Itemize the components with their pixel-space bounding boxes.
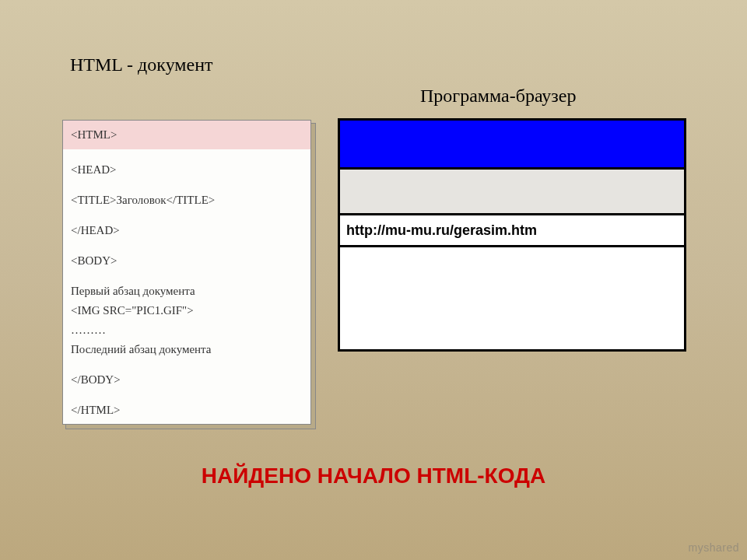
code-line-dots: ……… (63, 320, 310, 340)
code-spacer (63, 271, 310, 282)
code-line-paragraph-last: Последний абзац документа (63, 340, 310, 359)
html-source-box: <HTML> <HEAD> <TITLE>Заголовок</TITLE> <… (62, 120, 311, 425)
code-spacer (63, 240, 310, 251)
browser-toolbar (340, 170, 684, 215)
code-spacer (63, 359, 310, 370)
code-line-body-close: </BODY> (63, 370, 310, 390)
browser-titlebar (340, 121, 684, 170)
code-spacer (63, 210, 310, 221)
browser-address-bar[interactable]: http://mu-mu.ru/gerasim.htm (340, 215, 684, 247)
slide-caption: НАЙДЕНО НАЧАЛО HTML-КОДА (0, 464, 747, 488)
browser-program-label: Программа-браузер (420, 86, 576, 107)
code-line-head-open: <HEAD> (63, 160, 310, 180)
browser-url-text: http://mu-mu.ru/gerasim.htm (346, 222, 537, 239)
code-spacer (63, 180, 310, 191)
html-document-label: HTML - документ (70, 54, 212, 75)
browser-window: http://mu-mu.ru/gerasim.htm (338, 118, 686, 352)
code-spacer (63, 390, 310, 401)
code-line-title: <TITLE>Заголовок</TITLE> (63, 191, 310, 210)
code-line-html-close: </HTML> (63, 401, 310, 420)
code-line-html-open: <HTML> (63, 121, 310, 149)
code-line-img: <IMG SRC="PIC1.GIF"> (63, 301, 310, 320)
code-spacer (63, 149, 310, 160)
code-line-body-open: <BODY> (63, 251, 310, 271)
watermark: myshared (689, 541, 739, 554)
code-line-paragraph-first: Первый абзац документа (63, 282, 310, 301)
code-line-head-close: </HEAD> (63, 221, 310, 240)
